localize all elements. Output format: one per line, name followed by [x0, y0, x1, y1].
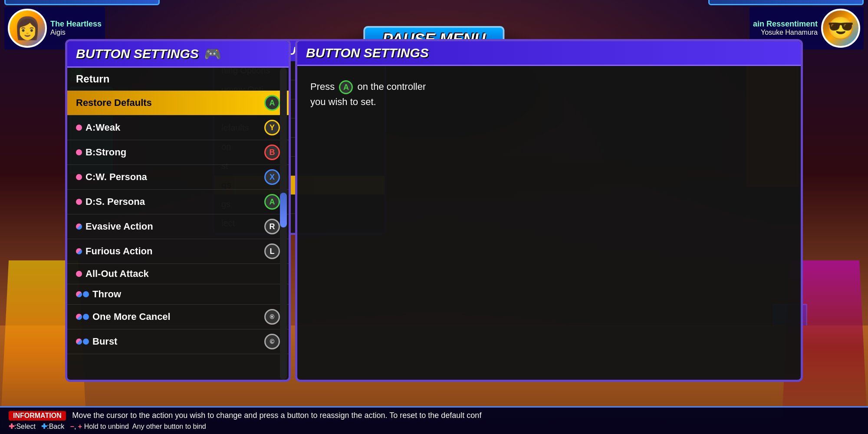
- dot-all-out: [76, 271, 82, 277]
- menu-item-a-weak[interactable]: A:Weak Y: [67, 115, 289, 140]
- menu-item-throw[interactable]: Throw: [67, 284, 289, 305]
- evasive-badge: R: [264, 219, 280, 234]
- dot-c-persona: [76, 174, 82, 180]
- burst-label: Burst: [76, 336, 117, 347]
- player1-score: 00000000000120800: [4, 0, 160, 5]
- menu-item-burst[interactable]: Burst ©: [67, 329, 289, 354]
- controller-icon-left: 🎮: [204, 46, 221, 62]
- player1-portrait: 👩: [8, 9, 47, 48]
- player2-char-name: Yosuke Hanamura: [761, 29, 818, 36]
- player2-char-main: ain Ressentiment: [753, 20, 818, 29]
- back-icon: ✚: [41, 423, 47, 430]
- menu-item-all-out[interactable]: All-Out Attack: [67, 264, 289, 284]
- menu-item-b-strong[interactable]: B:Strong B: [67, 140, 289, 165]
- return-label: Return: [76, 73, 109, 85]
- dot-a-weak: [76, 125, 82, 131]
- evasive-label: Evasive Action: [76, 221, 153, 232]
- throw-label: Throw: [76, 289, 121, 300]
- player2-score: 00000000000000000: [708, 0, 864, 5]
- panel-left-title: BUTTON SETTINGS: [76, 46, 199, 61]
- a-weak-label: A:Weak: [76, 122, 120, 133]
- button-settings-panel-right: BUTTON SETTINGS Press A on the controlle…: [295, 39, 803, 382]
- info-controls: ✚:Select ✚:Back −, + Hold to unbind Any …: [9, 422, 859, 431]
- d-persona-label: D:S. Persona: [76, 196, 145, 207]
- b-strong-label: B:Strong: [76, 147, 126, 158]
- menu-item-c-persona[interactable]: C:W. Persona X: [67, 165, 289, 190]
- panel-right-content: Press A on the controller you wish to se…: [297, 66, 801, 123]
- restore-defaults-badge: A: [264, 95, 280, 111]
- button-settings-panel-left: BUTTON SETTINGS 🎮 Return Restore Default…: [65, 39, 291, 382]
- menu-item-restore-defaults[interactable]: Restore Defaults A: [67, 91, 289, 115]
- furious-badge: L: [264, 243, 280, 259]
- dot-burst-1: [76, 339, 82, 345]
- instruction-wish-set: you wish to set.: [310, 96, 376, 107]
- burst-badge: ©: [264, 334, 280, 349]
- menu-item-return[interactable]: Return: [67, 68, 289, 91]
- dot-burst-2: [83, 339, 89, 345]
- panel-right-header: BUTTON SETTINGS: [297, 41, 801, 66]
- panel-left-header: BUTTON SETTINGS 🎮: [67, 41, 289, 68]
- dot-throw-2: [83, 291, 89, 297]
- menu-item-furious[interactable]: Furious Action L: [67, 239, 289, 264]
- d-persona-badge: A: [264, 194, 280, 210]
- c-persona-label: C:W. Persona: [76, 171, 147, 183]
- c-persona-badge: X: [264, 169, 280, 185]
- info-main-text: Move the cursor to the action you wish t…: [72, 411, 481, 420]
- a-button-indicator: A: [339, 80, 353, 94]
- dot-b-strong: [76, 149, 82, 155]
- instruction-on-controller: on the controller: [358, 81, 426, 92]
- information-label: INFORMATION: [9, 411, 66, 421]
- select-icon: ✚: [9, 423, 14, 430]
- menu-item-one-more-cancel[interactable]: One More Cancel ®: [67, 305, 289, 329]
- plus-icon: +: [78, 423, 82, 430]
- a-weak-badge: Y: [264, 120, 280, 135]
- player2-info: ain Ressentiment Yosuke Hanamura: [753, 20, 818, 36]
- player2-portrait: 😎: [821, 9, 860, 48]
- player1-info: The Heartless Aigis: [50, 20, 102, 36]
- instruction-press: Press: [310, 81, 335, 92]
- dot-throw-1: [76, 291, 82, 297]
- menu-item-evasive[interactable]: Evasive Action R: [67, 214, 289, 239]
- minus-icon: −: [70, 423, 74, 430]
- dot-omc-2: [83, 314, 89, 320]
- info-bar-main-line: INFORMATION Move the cursor to the actio…: [9, 411, 859, 421]
- panel-right-title: BUTTON SETTINGS: [306, 46, 429, 60]
- player1-char-main: The Heartless: [50, 20, 102, 29]
- dot-omc-1: [76, 314, 82, 320]
- instruction-text: Press A on the controller you wish to se…: [310, 79, 788, 110]
- menu-item-d-persona[interactable]: D:S. Persona A: [67, 190, 289, 214]
- dot-evasive: [76, 224, 82, 230]
- scrollbar-thumb: [280, 193, 287, 227]
- b-strong-badge: B: [264, 145, 280, 160]
- info-bar: INFORMATION Move the cursor to the actio…: [0, 406, 868, 434]
- panels-container: BUTTON SETTINGS 🎮 Return Restore Default…: [65, 39, 803, 382]
- player1-char-name: Aigis: [50, 29, 102, 36]
- menu-list: Return Restore Defaults A A:Weak Y: [67, 68, 289, 380]
- scrollbar[interactable]: [280, 68, 287, 380]
- dot-furious: [76, 248, 82, 254]
- omc-badge: ®: [264, 309, 280, 325]
- restore-defaults-label: Restore Defaults: [76, 97, 152, 108]
- all-out-label: All-Out Attack: [76, 268, 149, 279]
- one-more-cancel-label: One More Cancel: [76, 311, 171, 322]
- dot-d-persona: [76, 199, 82, 205]
- furious-label: Furious Action: [76, 246, 152, 257]
